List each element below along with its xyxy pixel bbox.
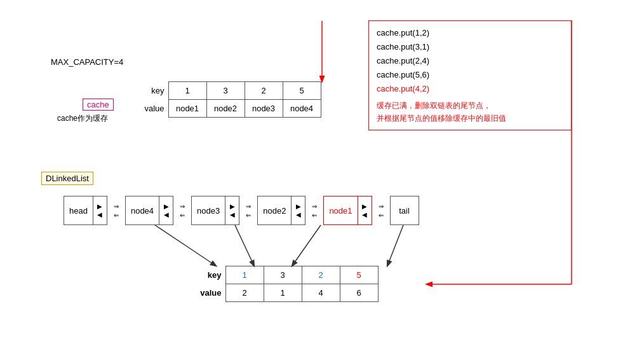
code-line-2: cache.put(3,1) [377, 40, 563, 54]
bottom-val-2: 2 [225, 284, 264, 302]
connector-head-node4: ⇒ ⇐ [107, 203, 125, 219]
ll-node2: node2 ▶ ◀ [257, 196, 305, 225]
cache-val-node4: node4 [283, 100, 321, 118]
svg-line-7 [235, 225, 254, 266]
cache-val-node1: node1 [168, 100, 206, 118]
linked-list-row: head ▶ ◀ ⇒ ⇐ node4 ▶ ◀ ⇒ ⇐ node3 ▶ [64, 196, 419, 225]
node2-label: node2 [258, 196, 291, 224]
cache-key-3: 3 [206, 82, 245, 100]
head-arrows: ▶ ◀ [93, 196, 107, 224]
ll-tail-node: tail [390, 196, 419, 225]
dlinked-label: DLinkedList [41, 172, 93, 185]
node4-label: node4 [126, 196, 159, 224]
tail-label: tail [391, 196, 419, 224]
cache-value-label: value [140, 100, 168, 118]
connector-node2-node1: ⇒ ⇐ [305, 203, 323, 219]
ll-node1: node1 ▶ ◀ [323, 196, 372, 225]
code-line-1: cache.put(1,2) [377, 26, 563, 40]
code-box: cache.put(1,2) cache.put(3,1) cache.put(… [368, 20, 572, 130]
node3-arrows: ▶ ◀ [225, 196, 239, 224]
bottom-key-label: key [197, 266, 225, 284]
bottom-key-2: 2 [302, 266, 340, 284]
svg-line-8 [292, 225, 321, 266]
node1-arrows: ▶ ◀ [358, 196, 372, 224]
bottom-table: key 1 3 2 5 value 2 1 4 6 [197, 266, 379, 302]
svg-line-6 [155, 225, 216, 266]
cache-key-2: 2 [245, 82, 283, 100]
code-line-3: cache.put(2,4) [377, 54, 563, 68]
bottom-val-4: 4 [302, 284, 340, 302]
code-line-4: cache.put(5,6) [377, 68, 563, 82]
connector-node3-node2: ⇒ ⇐ [239, 203, 257, 219]
ll-head-node: head ▶ ◀ [64, 196, 107, 225]
bottom-key-1: 1 [225, 266, 264, 284]
ll-node4: node4 ▶ ◀ [125, 196, 173, 225]
cache-sub-label: cache作为缓存 [57, 113, 108, 124]
connector-node4-node3: ⇒ ⇐ [173, 203, 191, 219]
head-label: head [64, 196, 93, 224]
bottom-val-6: 6 [340, 284, 378, 302]
ll-node3: node3 ▶ ◀ [191, 196, 239, 225]
max-capacity-label: MAX_CAPACITY=4 [51, 57, 123, 67]
cache-table: key 1 3 2 5 value node1 node2 node3 node… [140, 81, 321, 118]
node1-label: node1 [324, 196, 357, 224]
bottom-value-label: value [197, 284, 225, 302]
svg-line-9 [387, 225, 403, 266]
node3-label: node3 [192, 196, 225, 224]
bottom-val-1: 1 [264, 284, 302, 302]
cache-key-1: 1 [168, 82, 206, 100]
bottom-key-3: 3 [264, 266, 302, 284]
diagram: MAX_CAPACITY=4 cache cache作为缓存 key 1 3 2… [0, 0, 644, 358]
cache-val-node2: node2 [206, 100, 245, 118]
node2-arrows: ▶ ◀ [291, 196, 305, 224]
code-line-5: cache.put(4,2) [377, 82, 563, 96]
connector-node1-tail: ⇒ ⇐ [372, 203, 390, 219]
cache-key-label: key [140, 82, 168, 100]
node4-arrows: ▶ ◀ [159, 196, 173, 224]
bottom-key-5: 5 [340, 266, 378, 284]
cache-key-5: 5 [283, 82, 321, 100]
cache-val-node3: node3 [245, 100, 283, 118]
cache-label: cache [83, 99, 114, 111]
code-note: 缓存已满，删除双链表的尾节点，并根据尾节点的值移除缓存中的最旧值 [377, 100, 563, 124]
